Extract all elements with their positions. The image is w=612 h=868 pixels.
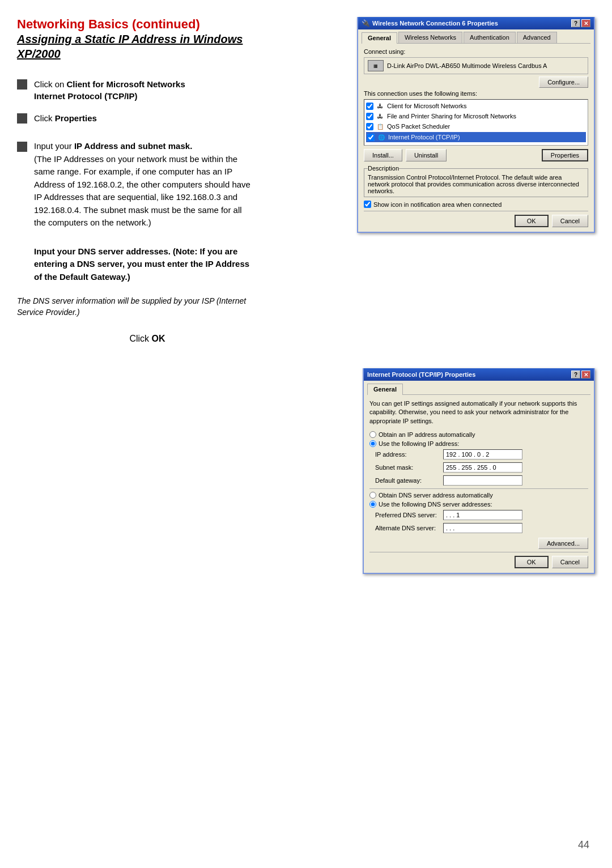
install-btns-row: Install... Uninstall Properties (364, 149, 588, 161)
radio-obtain-dns-input[interactable] (369, 492, 376, 499)
radio-use-ip-label: Use the following IP address: (379, 440, 459, 447)
bullet-square-1 (17, 79, 27, 90)
ip-section: Input your IP Address and subnet mask. (… (17, 140, 255, 229)
radio-obtain-ip: Obtain an IP address automatically (369, 431, 588, 438)
ip-address-input[interactable] (443, 449, 522, 459)
qos-icon: 📋 (376, 122, 385, 131)
description-text: Transmission Control Protocol/Internet P… (368, 174, 579, 194)
radio-use-dns-input[interactable] (369, 501, 376, 508)
dialog1-content: Connect using: ▦ D-Link AirPro DWL-AB650… (358, 44, 594, 232)
alternate-dns-label: Alternate DNS server: (375, 525, 443, 531)
install-button[interactable]: Install... (364, 149, 402, 161)
bullet-square-2 (17, 113, 27, 124)
preferred-dns-row: Preferred DNS server: (375, 510, 588, 520)
dialog2-cancel-button[interactable]: Cancel (552, 556, 588, 568)
subnet-mask-input[interactable] (443, 462, 522, 473)
device-icon: ▦ (368, 60, 384, 71)
help-button[interactable]: ? (571, 19, 580, 27)
bullet-item-2: Click Properties (17, 112, 255, 124)
list-item-1: 🖧 Client for Microsoft Networks (366, 101, 586, 110)
checkbox-3[interactable] (366, 123, 373, 130)
show-icon-checkbox[interactable] (364, 201, 371, 208)
dialog2-win-buttons: ? ✕ (571, 371, 590, 378)
page-title-red: Networking Basics (continued) (17, 17, 255, 32)
tab-wireless-networks[interactable]: Wireless Networks (398, 32, 462, 43)
dialog1-cancel-button[interactable]: Cancel (552, 215, 588, 227)
item-label-1: Client for Microsoft Networks (387, 103, 467, 109)
isp-note: The DNS server information will be suppl… (17, 296, 255, 318)
close-button[interactable]: ✕ (581, 19, 590, 27)
dialog2-tab-general[interactable]: General (367, 384, 403, 395)
preferred-dns-input[interactable] (443, 510, 522, 520)
checkbox-4[interactable] (367, 134, 375, 141)
radio-obtain-ip-input[interactable] (369, 431, 376, 438)
list-item-2: 🖧 File and Printer Sharing for Microsoft… (366, 112, 586, 121)
radio-use-following-ip: Use the following IP address: (369, 440, 588, 447)
click-ok-text: Click OK (40, 334, 255, 344)
radio-use-dns: Use the following DNS server addresses: (369, 501, 588, 508)
list-item-3: 📋 QoS Packet Scheduler (366, 122, 586, 131)
checkbox-1[interactable] (366, 103, 373, 110)
dialog1-ok-button[interactable]: OK (515, 215, 549, 227)
description-group: Description Transmission Control Protoco… (364, 165, 588, 197)
bullet-item-3: Input your IP Address and subnet mask. (… (17, 140, 255, 229)
ip-address-label: IP Address and subnet mask. (74, 141, 192, 151)
tab-general[interactable]: General (362, 32, 397, 44)
ip-fields-group: IP address: Subnet mask: Default gateway… (375, 449, 588, 486)
tcpip-icon: 🌐 (377, 133, 386, 142)
properties-button[interactable]: Properties (542, 149, 588, 161)
default-gateway-row: Default gateway: (375, 475, 588, 486)
item-label-2: File and Printer Sharing for Microsoft N… (387, 113, 516, 120)
dialog2-close-button[interactable]: ✕ (581, 371, 590, 378)
advanced-button[interactable]: Advanced... (538, 538, 588, 549)
checkbox-2[interactable] (366, 113, 373, 120)
radio-use-ip-input[interactable] (369, 440, 376, 447)
dialog1-win-buttons: ? ✕ (571, 19, 590, 27)
list-item-4: 🌐 Internet Protocol (TCP/IP) (366, 132, 586, 142)
tab-authentication[interactable]: Authentication (464, 32, 516, 43)
radio-obtain-dns: Obtain DNS server address automatically (369, 492, 588, 499)
page-title-italic: Assigning a Static IP Address in Windows… (17, 32, 255, 61)
alternate-dns-input[interactable] (443, 523, 522, 533)
dialog1-title: Wireless Network Connection 6 Properties (372, 20, 498, 27)
dialog1-tabs: General Wireless Networks Authentication… (362, 32, 590, 44)
dialog2-intro-text: You can get IP settings assigned automat… (369, 399, 588, 426)
dialog2-title-area: Internet Protocol (TCP/IP) Properties (367, 371, 475, 378)
description-legend: Description (368, 165, 399, 172)
dialog2-help-button[interactable]: ? (571, 371, 580, 378)
default-gateway-input[interactable] (443, 475, 522, 486)
properties-label: Properties (55, 113, 97, 123)
tab-advanced[interactable]: Advanced (517, 32, 557, 43)
uninstall-button[interactable]: Uninstall (406, 149, 447, 161)
radio-obtain-dns-label: Obtain DNS server address automatically (379, 492, 493, 499)
subnet-mask-row: Subnet mask: (375, 462, 588, 473)
dns-fields-group: Preferred DNS server: Alternate DNS serv… (375, 510, 588, 533)
show-icon-label: Show icon in notification area when conn… (373, 201, 502, 208)
dialog2-tabs: General (367, 383, 590, 395)
default-gateway-label: Default gateway: (375, 477, 443, 484)
dialog1-ok-cancel-row: OK Cancel (364, 215, 588, 227)
connection-items-list: 🖧 Client for Microsoft Networks 🖧 File a… (364, 99, 588, 146)
configure-button[interactable]: Configure... (539, 76, 588, 88)
item-label-3: QoS Packet Scheduler (387, 123, 450, 130)
connect-using-label: Connect using: (364, 48, 588, 55)
connection-items-label: This connection uses the following items… (364, 90, 588, 97)
page-number: 44 (578, 839, 589, 851)
ip-address-field-label: IP address: (375, 451, 443, 458)
tcp-ip-label: Client for Microsoft Networks (67, 79, 185, 89)
dialog2-ok-button[interactable]: OK (515, 556, 549, 568)
subnet-mask-label: Subnet mask: (375, 464, 443, 471)
networks-icon: 🖧 (376, 101, 385, 110)
item-label-4: Internet Protocol (TCP/IP) (388, 134, 460, 141)
dns-note: Input your DNS server addresses. (Note: … (34, 245, 255, 284)
dialog-wireless-properties: 🔌 Wireless Network Connection 6 Properti… (357, 17, 595, 233)
ip-detail-text: (The IP Addresses on your network must b… (34, 154, 250, 228)
advanced-btn-row: Advanced... (369, 538, 588, 549)
dialog2-title: Internet Protocol (TCP/IP) Properties (367, 371, 475, 378)
show-icon-row: Show icon in notification area when conn… (364, 201, 588, 208)
radio-obtain-ip-label: Obtain an IP address automatically (379, 431, 475, 438)
alternate-dns-row: Alternate DNS server: (375, 523, 588, 533)
dialog1-titlebar: 🔌 Wireless Network Connection 6 Properti… (358, 17, 594, 29)
network-icon: 🔌 (362, 19, 370, 27)
left-panel: Networking Basics (continued) Assigning … (17, 17, 255, 344)
